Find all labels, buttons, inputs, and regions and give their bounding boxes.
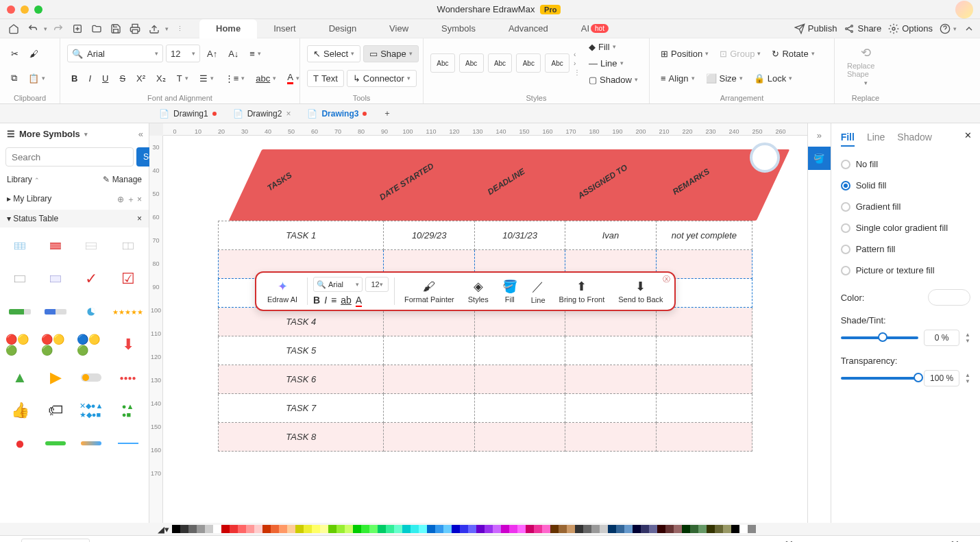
fill-tool-icon[interactable]: 🪣 — [808, 147, 831, 170]
group-button[interactable]: ⊡ Group▾ — [715, 46, 765, 62]
palette-color[interactable] — [411, 525, 419, 533]
float-format-painter[interactable]: 🖌Format Painter — [400, 278, 458, 305]
palette-color[interactable] — [633, 525, 641, 533]
palette-color[interactable] — [353, 525, 361, 533]
palette-color[interactable] — [476, 525, 485, 533]
share-button[interactable]: Share — [844, 23, 881, 34]
palette-color[interactable] — [345, 525, 353, 533]
symbol-table-6[interactable] — [41, 266, 70, 292]
menu-home[interactable]: Home — [199, 19, 257, 38]
text-align-button[interactable]: ≡▾ — [245, 46, 265, 62]
palette-color[interactable] — [336, 525, 345, 533]
palette-color[interactable] — [394, 525, 402, 533]
table-cell[interactable]: 10/29/23 — [384, 221, 474, 250]
table-cell[interactable] — [474, 423, 565, 452]
palette-color[interactable] — [213, 525, 221, 533]
symbol-progress-green[interactable] — [5, 299, 34, 325]
undo-button[interactable] — [25, 21, 41, 37]
palette-color[interactable] — [624, 525, 633, 533]
fill-option-picture-or-texture-fill[interactable]: Picture or texture fill — [841, 260, 970, 281]
palette-color[interactable] — [690, 525, 698, 533]
palette-color[interactable] — [221, 525, 230, 533]
table-row[interactable]: TASK 5 — [219, 336, 752, 365]
table-cell[interactable] — [565, 308, 656, 336]
symbol-line-blue[interactable] — [112, 430, 143, 456]
font-select[interactable]: 🔍 Arial▾ — [67, 45, 163, 62]
palette-color[interactable] — [230, 525, 238, 533]
underline-button[interactable]: U — [98, 71, 112, 86]
palette-color[interactable] — [698, 525, 707, 533]
save-button[interactable] — [108, 21, 124, 37]
radio-icon[interactable] — [841, 266, 850, 275]
radio-icon[interactable] — [841, 223, 850, 233]
shade-slider[interactable] — [841, 336, 918, 339]
table-cell[interactable] — [384, 336, 474, 365]
symbol-triangle[interactable]: ▲ — [5, 365, 34, 391]
text-tool[interactable]: T Text — [307, 70, 344, 87]
palette-color[interactable] — [583, 525, 591, 533]
symbol-check-box[interactable]: ☑ — [112, 266, 143, 292]
manage-button[interactable]: ✎ Manage — [103, 175, 142, 184]
new-doc-tab[interactable]: ＋ — [375, 104, 400, 123]
zoom-in-icon[interactable]: ＋ — [935, 539, 944, 542]
options-button[interactable]: Options — [888, 23, 933, 34]
fill-button[interactable]: ◆ Fill▾ — [585, 39, 642, 55]
palette-color[interactable] — [657, 525, 665, 533]
shadow-tab[interactable]: Shadow — [897, 129, 932, 147]
help-button[interactable]: ▾ — [940, 23, 957, 34]
style-preset-1[interactable]: Abc — [430, 53, 455, 73]
color-picker[interactable] — [928, 289, 970, 306]
palette-color[interactable] — [205, 525, 213, 533]
symbol-table-1[interactable] — [5, 233, 34, 259]
float-styles[interactable]: ◈Styles — [464, 278, 493, 305]
decrease-font-button[interactable]: A↓ — [224, 46, 243, 62]
palette-color[interactable] — [731, 525, 739, 533]
symbol-bar-green[interactable] — [41, 430, 70, 456]
symbol-arrow-down[interactable]: ⬇ — [112, 332, 143, 358]
palette-color[interactable] — [723, 525, 731, 533]
palette-color[interactable] — [707, 525, 715, 533]
palette-color[interactable] — [386, 525, 394, 533]
subscript-button[interactable]: X₂ — [152, 71, 170, 86]
style-preset-3[interactable]: Abc — [488, 53, 513, 73]
copy-button[interactable]: ⧉ — [7, 70, 21, 86]
align-button[interactable]: ≡ Align▾ — [657, 71, 699, 86]
expand-panel-icon[interactable]: » — [808, 123, 831, 147]
connector-tool[interactable]: ↳ Connector ▾ — [347, 70, 417, 87]
palette-color[interactable] — [575, 525, 583, 533]
palette-color[interactable] — [460, 525, 468, 533]
table-row[interactable]: TASK 7 — [219, 394, 752, 423]
my-library-item[interactable]: ▸ My Library — [7, 194, 51, 206]
float-close-icon[interactable]: ⓧ — [663, 274, 670, 284]
status-table-section[interactable]: ▾ Status Table × — [0, 210, 149, 227]
table-cell[interactable] — [384, 394, 474, 423]
page-select[interactable]: Page-1 ▾ — [21, 539, 90, 543]
window-maximize[interactable] — [34, 5, 42, 14]
float-send-back[interactable]: ⬇Send to Back — [614, 278, 667, 305]
shade-value[interactable]: 0 % — [924, 330, 959, 346]
radio-icon[interactable] — [841, 245, 850, 254]
collapse-sidebar-icon[interactable]: « — [138, 129, 143, 139]
fill-option-solid-fill[interactable]: Solid fill — [841, 175, 970, 196]
menu-insert[interactable]: Insert — [257, 19, 313, 38]
palette-color[interactable] — [608, 525, 616, 533]
print-button[interactable] — [127, 21, 143, 37]
palette-color[interactable] — [172, 525, 180, 533]
symbol-dots[interactable]: ●●●● — [112, 365, 143, 391]
table-cell[interactable] — [384, 423, 474, 452]
more-symbols-button[interactable]: ☰ More Symbols ▾ — [0, 123, 95, 145]
table-cell[interactable] — [565, 423, 656, 452]
table-cell[interactable] — [474, 365, 565, 394]
open-button[interactable] — [88, 21, 105, 37]
palette-color[interactable] — [649, 525, 657, 533]
float-italic[interactable]: I — [324, 295, 327, 306]
style-preset-2[interactable]: Abc — [459, 53, 484, 73]
palette-color[interactable] — [682, 525, 690, 533]
symbol-table-4[interactable] — [112, 233, 143, 259]
palette-color[interactable] — [517, 525, 526, 533]
palette-color[interactable] — [665, 525, 674, 533]
table-cell[interactable]: TASK 4 — [219, 308, 384, 336]
fill-option-gradient-fill[interactable]: Gradient fill — [841, 196, 970, 217]
palette-color[interactable] — [452, 525, 460, 533]
symbol-table-2[interactable] — [41, 233, 70, 259]
